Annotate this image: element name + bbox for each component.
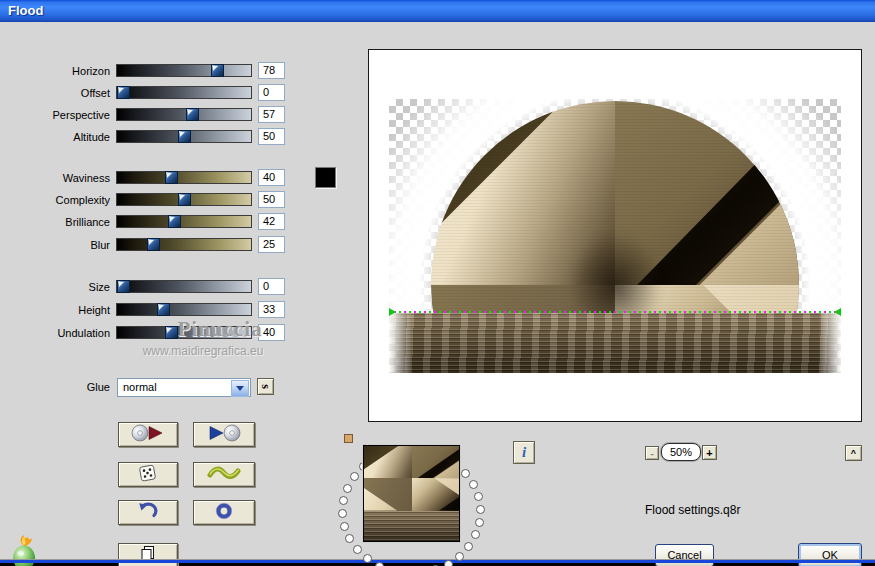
cd-red-play-icon bbox=[130, 424, 166, 446]
slider-value-offset[interactable]: 0 bbox=[258, 84, 285, 101]
memory-dot[interactable] bbox=[471, 530, 480, 539]
slider-value-perspective[interactable]: 57 bbox=[258, 106, 285, 123]
slider-track-blur[interactable] bbox=[116, 238, 252, 251]
slider-thumb-size[interactable] bbox=[117, 280, 130, 293]
color-swatch[interactable] bbox=[315, 167, 336, 188]
memory-dot[interactable] bbox=[340, 522, 349, 531]
glue-selected-value: normal bbox=[123, 381, 157, 393]
slider-track-size[interactable] bbox=[116, 280, 252, 293]
slider-value-undulation[interactable]: 40 bbox=[258, 324, 285, 341]
slider-track-height[interactable] bbox=[116, 303, 252, 316]
dialog-body: Horizon78Offset0Perspective57Altitude50W… bbox=[0, 22, 875, 559]
slider-thumb-offset[interactable] bbox=[117, 86, 130, 99]
slider-value-waviness[interactable]: 40 bbox=[258, 169, 285, 186]
slider-value-complexity[interactable]: 50 bbox=[258, 191, 285, 208]
memory-dot-selected[interactable] bbox=[344, 434, 353, 443]
memory-dot[interactable] bbox=[476, 505, 485, 514]
preview-panel[interactable] bbox=[368, 49, 862, 422]
zoom-in-button[interactable]: + bbox=[702, 445, 717, 460]
slider-row-blur: Blur25 bbox=[0, 236, 290, 253]
save-settings-button[interactable] bbox=[193, 422, 255, 447]
settings-thumbnail[interactable] bbox=[363, 445, 460, 542]
slider-thumb-height[interactable] bbox=[157, 303, 170, 316]
title-bar[interactable]: Flood bbox=[0, 0, 875, 22]
dice-icon bbox=[137, 463, 159, 487]
slider-value-size[interactable]: 0 bbox=[258, 278, 285, 295]
slider-thumb-horizon[interactable] bbox=[211, 64, 224, 77]
memory-dot[interactable] bbox=[375, 562, 384, 566]
s-glyph: s bbox=[258, 384, 273, 389]
s-button[interactable]: s bbox=[257, 378, 274, 395]
slider-row-undulation: Undulation40 bbox=[0, 324, 290, 341]
info-button[interactable]: i bbox=[513, 441, 535, 464]
memory-dot[interactable] bbox=[474, 492, 483, 501]
slider-label-complexity: Complexity bbox=[0, 194, 110, 206]
memory-dot[interactable] bbox=[350, 472, 359, 481]
zoom-out-button[interactable]: - bbox=[645, 446, 659, 460]
slider-value-height[interactable]: 33 bbox=[258, 301, 285, 318]
slider-track-perspective[interactable] bbox=[116, 108, 252, 121]
horizon-guide-line[interactable] bbox=[389, 311, 841, 313]
slider-track-horizon[interactable] bbox=[116, 64, 252, 77]
water-reflection bbox=[389, 313, 841, 373]
slider-value-blur[interactable]: 25 bbox=[258, 236, 285, 253]
collapse-button[interactable]: ^ bbox=[845, 445, 862, 461]
memory-dot[interactable] bbox=[444, 560, 453, 566]
ring-icon bbox=[215, 502, 233, 524]
zoom-level[interactable]: 50% bbox=[661, 443, 701, 461]
slider-thumb-waviness[interactable] bbox=[165, 171, 178, 184]
randomize-button[interactable] bbox=[118, 462, 178, 487]
slider-value-brilliance[interactable]: 42 bbox=[258, 213, 285, 230]
slider-track-waviness[interactable] bbox=[116, 171, 252, 184]
slider-row-waviness: Waviness40 bbox=[0, 169, 290, 186]
slider-value-horizon[interactable]: 78 bbox=[258, 62, 285, 79]
slider-label-perspective: Perspective bbox=[0, 109, 110, 121]
slider-label-undulation: Undulation bbox=[0, 327, 110, 339]
memory-dot[interactable] bbox=[455, 552, 464, 561]
undo-button[interactable] bbox=[118, 500, 178, 525]
slider-thumb-altitude[interactable] bbox=[178, 130, 191, 143]
slider-thumb-perspective[interactable] bbox=[186, 108, 199, 121]
window-title: Flood bbox=[8, 3, 43, 18]
slider-row-offset: Offset0 bbox=[0, 84, 290, 101]
info-icon: i bbox=[522, 444, 526, 461]
memory-dot[interactable] bbox=[338, 509, 347, 518]
slider-thumb-blur[interactable] bbox=[147, 238, 160, 251]
reset-button[interactable] bbox=[193, 500, 255, 525]
memory-dot[interactable] bbox=[363, 554, 372, 563]
glue-label: Glue bbox=[0, 378, 110, 397]
slider-value-altitude[interactable]: 50 bbox=[258, 128, 285, 145]
slider-label-brilliance: Brilliance bbox=[0, 216, 110, 228]
memory-dot[interactable] bbox=[353, 545, 362, 554]
slider-row-height: Height33 bbox=[0, 301, 290, 318]
slider-thumb-complexity[interactable] bbox=[178, 193, 191, 206]
slider-track-brilliance[interactable] bbox=[116, 215, 252, 228]
memory-dot[interactable] bbox=[469, 480, 478, 489]
memory-dot[interactable] bbox=[345, 534, 354, 543]
memory-dot[interactable] bbox=[461, 469, 470, 478]
plus-icon: + bbox=[706, 447, 712, 459]
slider-thumb-undulation[interactable] bbox=[165, 326, 178, 339]
slider-row-complexity: Complexity50 bbox=[0, 191, 290, 208]
slider-track-undulation[interactable] bbox=[116, 326, 252, 339]
slider-track-complexity[interactable] bbox=[116, 193, 252, 206]
memory-dot[interactable] bbox=[464, 542, 473, 551]
window-bottom-border bbox=[0, 559, 875, 563]
memory-dot[interactable] bbox=[343, 484, 352, 493]
slider-thumb-brilliance[interactable] bbox=[168, 215, 181, 228]
slider-track-altitude[interactable] bbox=[116, 130, 252, 143]
preview-image[interactable] bbox=[389, 99, 841, 373]
memory-dot[interactable] bbox=[339, 496, 348, 505]
slider-label-altitude: Altitude bbox=[0, 131, 110, 143]
minus-icon: - bbox=[650, 447, 654, 459]
slider-track-offset[interactable] bbox=[116, 86, 252, 99]
glue-select[interactable]: normal bbox=[117, 378, 251, 397]
load-settings-button[interactable] bbox=[118, 422, 178, 447]
chevron-down-icon[interactable] bbox=[231, 380, 249, 397]
slider-label-blur: Blur bbox=[0, 239, 110, 251]
slider-row-size: Size0 bbox=[0, 278, 290, 295]
memory-dot[interactable] bbox=[475, 518, 484, 527]
wave-style-button[interactable] bbox=[193, 462, 255, 487]
horizon-arrow-right-icon bbox=[834, 308, 841, 316]
squiggle-icon bbox=[207, 465, 241, 485]
